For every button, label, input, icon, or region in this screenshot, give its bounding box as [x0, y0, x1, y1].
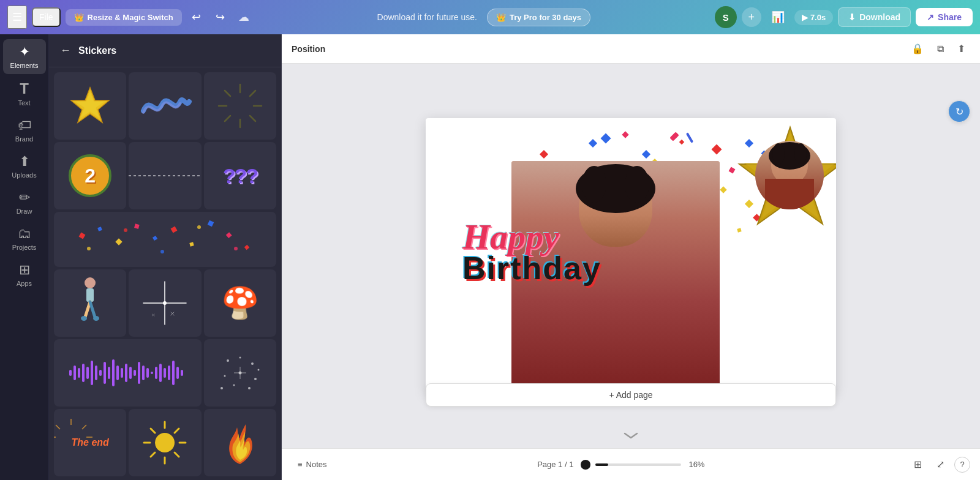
sticker-star-gold[interactable]	[54, 72, 126, 140]
file-button[interactable]: File	[32, 7, 61, 27]
svg-rect-44	[91, 361, 93, 385]
sticker-squiggle-blue[interactable]	[129, 72, 201, 140]
question-marks-text: ???	[223, 164, 257, 188]
resize-magic-switch-button[interactable]: 👑 Resize & Magic Switch	[66, 9, 182, 26]
topbar: ☰ File 👑 Resize & Magic Switch ↩ ↪ ☁ Dow…	[0, 0, 980, 34]
svg-point-66	[227, 359, 229, 362]
sticker-waveform[interactable]	[54, 339, 202, 407]
panel-title: Stickers	[78, 45, 116, 56]
sidebar-item-uploads[interactable]: ⬆ Uploads	[3, 149, 46, 184]
svg-point-24	[197, 225, 201, 229]
canvas-magic-button[interactable]: ↻	[948, 100, 970, 122]
grid-view-button[interactable]: ⊞	[909, 456, 927, 473]
try-pro-button[interactable]: 👑 Try Pro for 30 days	[487, 9, 590, 26]
add-collaborator-button[interactable]: +	[742, 7, 761, 27]
download-button[interactable]: ⬇ Download	[838, 7, 911, 27]
text-icon: T	[20, 80, 29, 97]
sticker-confetti-scatter[interactable]	[54, 212, 276, 267]
glitter2-svg	[216, 348, 265, 397]
svg-point-26	[85, 277, 96, 288]
svg-rect-42	[82, 364, 85, 382]
zoom-fill	[595, 463, 608, 466]
canvas-viewport: Happy Birthday	[282, 64, 980, 448]
export-button[interactable]: ⬆	[952, 40, 970, 57]
sidebar-item-projects[interactable]: 🗂 Projects	[3, 221, 46, 256]
stats-button[interactable]: 📊	[766, 8, 790, 26]
svg-line-7	[250, 116, 255, 121]
sticker-number2[interactable]: 2	[54, 142, 126, 209]
sidebar-item-draw[interactable]: ✏ Draw	[3, 185, 46, 220]
svg-rect-63	[172, 361, 175, 385]
share-button[interactable]: ↗ Share	[916, 8, 973, 26]
scroll-hint	[426, 431, 836, 440]
star-frame	[732, 121, 836, 238]
pro-crown-icon: 👑	[496, 13, 506, 22]
bottom-center: Page 1 / 1 16%	[341, 460, 902, 470]
walking-girl-svg	[72, 276, 108, 331]
sidebar-item-apps[interactable]: ⊞ Apps	[3, 257, 46, 292]
svg-point-25	[234, 247, 238, 250]
svg-line-6	[225, 91, 230, 96]
svg-rect-56	[142, 366, 145, 380]
burst-svg	[216, 81, 265, 130]
left-sidebar: ✦ Elements T Text 🏷 Brand ⬆ Uploads ✏ Dr…	[0, 34, 49, 480]
svg-rect-59	[155, 367, 157, 379]
svg-point-71	[233, 384, 235, 386]
notes-button[interactable]: ≡ Notes	[292, 456, 333, 473]
svg-line-8	[250, 91, 255, 96]
sticker-star-burst[interactable]	[204, 72, 276, 140]
sticker-fire[interactable]	[204, 409, 276, 476]
zoom-dot	[581, 460, 590, 470]
add-page-button[interactable]: + Add page	[426, 383, 836, 407]
svg-rect-17	[189, 242, 194, 246]
redo-button[interactable]: ↪	[211, 7, 230, 28]
sticker-question-marks[interactable]: ???	[204, 142, 276, 209]
fullscreen-button[interactable]: ⤢	[932, 456, 949, 473]
zoom-level: 16%	[688, 460, 704, 469]
duplicate-button[interactable]: ⧉	[932, 40, 949, 57]
undo-button[interactable]: ↩	[187, 7, 206, 28]
sidebar-item-text[interactable]: T Text	[3, 75, 46, 111]
svg-rect-13	[115, 238, 122, 245]
svg-point-22	[124, 228, 127, 232]
sticker-the-end[interactable]: The end	[54, 409, 126, 476]
help-button[interactable]: ?	[954, 457, 970, 473]
zoom-slider[interactable]	[581, 460, 681, 470]
svg-rect-55	[138, 362, 140, 384]
the-end-sticker: The end	[71, 437, 108, 448]
sidebar-item-elements[interactable]: ✦ Elements	[3, 39, 46, 74]
zoom-track[interactable]	[595, 463, 681, 466]
svg-point-34	[163, 301, 167, 305]
canvas-document[interactable]: Happy Birthday	[426, 118, 836, 394]
menu-icon[interactable]: ☰	[7, 6, 27, 29]
svg-line-91	[151, 452, 155, 457]
sticker-glitter2[interactable]	[204, 339, 276, 407]
user-avatar-button[interactable]: S	[715, 6, 737, 28]
sticker-sun[interactable]	[129, 409, 201, 476]
svg-rect-12	[97, 227, 102, 231]
svg-line-79	[82, 425, 86, 429]
confetti-scatter-svg	[67, 215, 263, 264]
sidebar-item-brand[interactable]: 🏷 Brand	[3, 113, 46, 148]
topbar-right: S + 📊 ▶ 7.0s ⬇ Download ↗ Share	[715, 6, 973, 28]
sticker-sparkle-crosshair[interactable]	[129, 269, 201, 337]
svg-rect-53	[129, 367, 132, 379]
svg-rect-60	[159, 364, 162, 382]
svg-rect-65	[181, 370, 183, 376]
lock-button[interactable]: 🔒	[907, 40, 929, 57]
notes-icon: ≡	[298, 460, 303, 469]
svg-rect-20	[244, 245, 249, 250]
svg-line-88	[151, 429, 155, 433]
uploads-icon: ⬆	[19, 154, 30, 170]
projects-icon: 🗂	[18, 226, 31, 242]
svg-line-29	[90, 302, 95, 317]
panel-back-button[interactable]: ←	[59, 43, 72, 58]
timer-button[interactable]: ▶ 7.0s	[794, 10, 833, 25]
sticker-dotted-line[interactable]	[129, 142, 201, 209]
sticker-mushroom[interactable]: 🍄	[204, 269, 276, 337]
svg-point-75	[221, 387, 223, 389]
svg-point-67	[239, 357, 241, 359]
sticker-walking-girl[interactable]	[54, 269, 126, 337]
svg-rect-19	[225, 232, 232, 238]
svg-point-23	[160, 250, 164, 253]
